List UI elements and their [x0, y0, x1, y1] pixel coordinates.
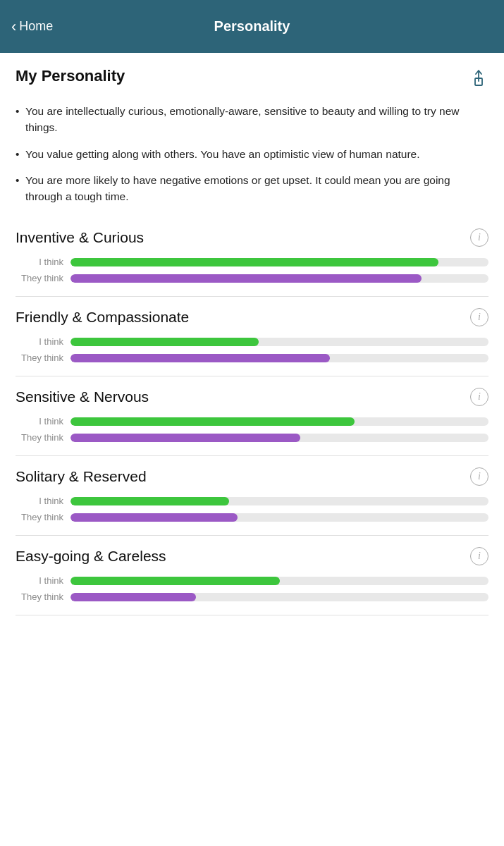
- info-icon[interactable]: i: [470, 547, 488, 565]
- chevron-left-icon: ‹: [11, 18, 16, 36]
- they-think-label: They think: [16, 352, 63, 363]
- main-content: My Personality You are intellectually cu…: [0, 53, 504, 632]
- traits-container: Inventive & Curious i I think They think…: [16, 217, 488, 615]
- they-think-label: They think: [16, 512, 63, 522]
- they-think-row: They think: [16, 273, 488, 283]
- bullet-2: You value getting along with others. You…: [16, 146, 488, 162]
- they-think-row: They think: [16, 591, 488, 602]
- i-think-track: [70, 577, 488, 585]
- trait-title: Inventive & Curious: [16, 229, 144, 246]
- i-think-row: I think: [16, 257, 488, 267]
- back-label: Home: [19, 19, 53, 34]
- trait-section: Friendly & Compassionate i I think They …: [16, 297, 488, 376]
- they-think-fill: [70, 513, 238, 522]
- i-think-label: I think: [16, 575, 63, 586]
- i-think-track: [70, 338, 488, 346]
- i-think-row: I think: [16, 575, 488, 586]
- they-think-row: They think: [16, 352, 488, 363]
- bullet-1: You are intellectually curious, emotiona…: [16, 103, 488, 136]
- my-personality-header: My Personality: [16, 67, 488, 93]
- i-think-track: [70, 258, 488, 266]
- trait-title: Sensitive & Nervous: [16, 388, 149, 405]
- i-think-track: [70, 417, 488, 426]
- page-title: Personality: [214, 18, 290, 35]
- i-think-row: I think: [16, 336, 488, 347]
- they-think-row: They think: [16, 512, 488, 522]
- info-icon[interactable]: i: [470, 308, 488, 326]
- i-think-fill: [70, 577, 280, 585]
- info-icon[interactable]: i: [470, 228, 488, 247]
- trait-title: Solitary & Reserved: [16, 468, 147, 485]
- i-think-row: I think: [16, 496, 488, 506]
- back-button[interactable]: ‹ Home: [11, 18, 53, 36]
- i-think-label: I think: [16, 416, 63, 427]
- they-think-track: [70, 354, 488, 362]
- my-personality-title: My Personality: [16, 67, 125, 85]
- trait-section: Easy-going & Careless i I think They thi…: [16, 536, 488, 615]
- trait-header: Easy-going & Careless i: [16, 547, 488, 565]
- they-think-row: They think: [16, 432, 488, 443]
- trait-title: Friendly & Compassionate: [16, 309, 189, 326]
- trait-title: Easy-going & Careless: [16, 548, 166, 565]
- i-think-fill: [70, 417, 355, 426]
- app-header: ‹ Home Personality: [0, 0, 504, 53]
- they-think-label: They think: [16, 273, 63, 283]
- i-think-label: I think: [16, 496, 63, 506]
- they-think-track: [70, 593, 488, 601]
- they-think-fill: [70, 354, 330, 362]
- they-think-track: [70, 434, 488, 442]
- trait-section: Solitary & Reserved i I think They think: [16, 456, 488, 536]
- i-think-fill: [70, 338, 259, 346]
- trait-header: Solitary & Reserved i: [16, 467, 488, 486]
- i-think-fill: [70, 497, 229, 505]
- info-icon[interactable]: i: [470, 467, 488, 486]
- i-think-label: I think: [16, 257, 63, 267]
- they-think-label: They think: [16, 591, 63, 602]
- share-icon[interactable]: [469, 68, 488, 93]
- i-think-label: I think: [16, 336, 63, 347]
- i-think-track: [70, 497, 488, 505]
- trait-section: Inventive & Curious i I think They think: [16, 217, 488, 297]
- i-think-fill: [70, 258, 438, 266]
- they-think-fill: [70, 274, 422, 283]
- i-think-row: I think: [16, 416, 488, 427]
- personality-bullets: You are intellectually curious, emotiona…: [16, 103, 488, 204]
- bullet-3: You are more likely to have negative emo…: [16, 172, 488, 205]
- they-think-fill: [70, 434, 300, 442]
- they-think-track: [70, 274, 488, 283]
- info-icon[interactable]: i: [470, 388, 488, 406]
- trait-header: Inventive & Curious i: [16, 228, 488, 247]
- they-think-label: They think: [16, 432, 63, 443]
- trait-section: Sensitive & Nervous i I think They think: [16, 376, 488, 456]
- they-think-track: [70, 513, 488, 522]
- trait-header: Friendly & Compassionate i: [16, 308, 488, 326]
- they-think-fill: [70, 593, 196, 601]
- trait-header: Sensitive & Nervous i: [16, 388, 488, 406]
